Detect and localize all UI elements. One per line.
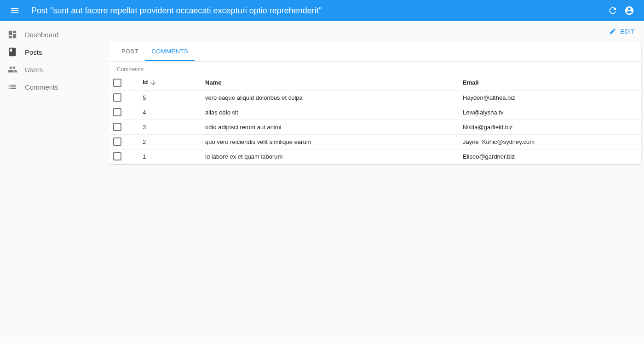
pencil-icon	[609, 28, 616, 35]
sidebar-item-posts[interactable]: Posts	[0, 43, 109, 61]
people-icon	[7, 64, 17, 74]
cell-id: 4	[139, 105, 201, 120]
comments-table: Id Name Email 5vero eaque aliquid dolori…	[109, 75, 641, 164]
menu-icon	[10, 6, 20, 16]
row-checkbox[interactable]	[113, 137, 121, 146]
row-checkbox[interactable]	[113, 93, 121, 102]
book-icon	[7, 47, 17, 57]
page-title: Post "sunt aut facere repellat provident…	[31, 6, 322, 16]
arrow-down-icon	[150, 79, 157, 86]
edit-button-label: EDIT	[620, 28, 635, 35]
list-icon	[7, 82, 17, 92]
sidebar-item-label: Users	[25, 66, 43, 74]
cell-name: id labore ex et quam laborum	[201, 149, 459, 164]
tab-bar: POST COMMENTS	[109, 41, 641, 62]
sidebar-item-users[interactable]: Users	[0, 61, 109, 78]
table-row[interactable]: 4alias odio sitLew@alysha.tv	[109, 105, 641, 120]
row-checkbox[interactable]	[113, 152, 121, 160]
sidebar-item-comments[interactable]: Comments	[0, 78, 109, 96]
cell-name: quo vero reiciendis velit similique earu…	[201, 134, 459, 149]
column-header-email-label: Email	[463, 79, 479, 86]
cell-name: odio adipisci rerum aut animi	[201, 120, 459, 134]
column-header-email[interactable]: Email	[459, 75, 641, 90]
sidebar: Dashboard Posts Users Comments	[0, 21, 109, 343]
edit-button[interactable]: EDIT	[604, 25, 639, 38]
refresh-icon	[608, 6, 618, 16]
column-header-name-label: Name	[205, 79, 221, 86]
sidebar-item-label: Posts	[25, 48, 42, 56]
account-circle-icon	[624, 6, 634, 16]
column-header-id-label: Id	[143, 79, 148, 86]
section-label-comments: Comments	[109, 62, 641, 75]
cell-email: Eliseo@gardner.biz	[459, 149, 641, 164]
column-header-name[interactable]: Name	[201, 75, 459, 90]
column-header-id[interactable]: Id	[139, 75, 201, 90]
sidebar-item-dashboard[interactable]: Dashboard	[0, 26, 109, 43]
cell-email: Hayden@althea.biz	[459, 90, 641, 105]
cell-id: 5	[139, 90, 201, 105]
table-row[interactable]: 1id labore ex et quam laborumEliseo@gard…	[109, 149, 641, 164]
refresh-button[interactable]	[604, 2, 621, 19]
table-row[interactable]: 3odio adipisci rerum aut animiNikita@gar…	[109, 120, 641, 134]
tab-post[interactable]: POST	[115, 41, 145, 61]
cell-id: 2	[139, 134, 201, 149]
cell-email: Jayne_Kuhic@sydney.com	[459, 134, 641, 149]
cell-name: alias odio sit	[201, 105, 459, 120]
cell-name: vero eaque aliquid doloribus et culpa	[201, 90, 459, 105]
tab-comments[interactable]: COMMENTS	[145, 41, 195, 61]
cell-email: Lew@alysha.tv	[459, 105, 641, 120]
select-all-checkbox[interactable]	[113, 79, 121, 87]
cell-id: 3	[139, 120, 201, 134]
app-bar: Post "sunt aut facere repellat provident…	[0, 0, 644, 21]
detail-card: POST COMMENTS Comments Id N	[109, 41, 641, 164]
row-checkbox[interactable]	[113, 123, 121, 131]
cell-id: 1	[139, 149, 201, 164]
dashboard-icon	[7, 29, 17, 40]
menu-button[interactable]	[6, 2, 23, 19]
row-checkbox[interactable]	[113, 108, 121, 116]
sidebar-item-label: Dashboard	[25, 31, 58, 39]
action-bar: EDIT	[109, 21, 644, 41]
main-content: EDIT POST COMMENTS Comments Id	[109, 21, 644, 343]
account-button[interactable]	[621, 2, 638, 19]
table-row[interactable]: 5vero eaque aliquid doloribus et culpaHa…	[109, 90, 641, 105]
cell-email: Nikita@garfield.biz	[459, 120, 641, 134]
table-row[interactable]: 2quo vero reiciendis velit similique ear…	[109, 134, 641, 149]
sidebar-item-label: Comments	[25, 83, 58, 91]
